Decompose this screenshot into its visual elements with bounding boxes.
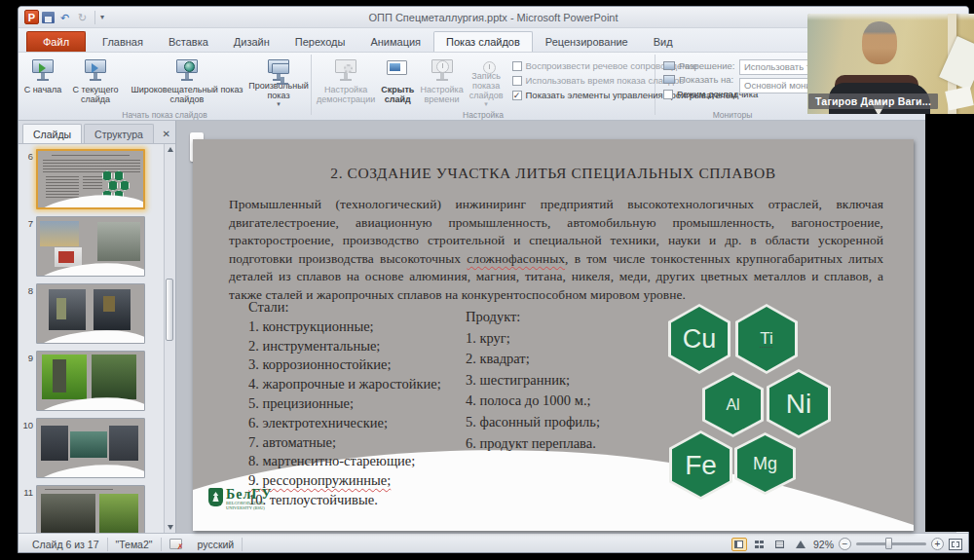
list-item: 3. шестигранник; — [466, 370, 600, 392]
tab-slideshow[interactable]: Показ слайдов — [433, 31, 533, 52]
panel-scroll-track[interactable] — [165, 152, 175, 525]
zoom-out-button[interactable]: − — [839, 538, 851, 550]
panel-scroll-thumb[interactable] — [166, 279, 173, 341]
hexagon-cu[interactable]: Cu — [668, 304, 730, 374]
webcam-person-head — [862, 21, 897, 64]
tab-slides[interactable]: Слайды — [22, 124, 82, 143]
webcam-video[interactable]: Тагиров Дамир Ваги... — [807, 14, 974, 114]
slide-8-thumbnail[interactable] — [36, 283, 145, 344]
thumbnail-row-8[interactable]: 8 — [20, 283, 162, 344]
checkbox-icon — [512, 76, 522, 86]
thumbnail-row-7[interactable]: 7 — [20, 216, 162, 277]
setup-slideshow-button: Настройка демонстрации — [314, 56, 378, 110]
participant-name-label: Тагиров Дамир Ваги... — [808, 93, 938, 109]
theme-name[interactable]: "Тема2" — [108, 539, 161, 550]
group-start-slideshow: С начала С текущего слайда Широковещател… — [19, 53, 311, 120]
statusbar-right: 92% − + — [731, 538, 962, 551]
slide-7-thumbnail[interactable] — [36, 216, 145, 277]
zoom-in-button[interactable]: + — [931, 538, 944, 550]
main-area: Слайды Структура ✕ 6 — [19, 121, 968, 533]
thumbnail-row-11[interactable]: 11 — [20, 485, 162, 533]
custom-show-icon — [264, 57, 293, 79]
list-item: 7. автоматные; — [248, 433, 441, 453]
tab-review[interactable]: Рецензирование — [533, 31, 641, 52]
slide-11-thumbnail[interactable] — [36, 485, 145, 533]
hexagon-ti[interactable]: Ti — [735, 304, 798, 374]
slideshow-view-button[interactable] — [793, 538, 808, 551]
hexagon-al[interactable]: Al — [702, 372, 764, 437]
broadcast-icon — [172, 57, 202, 83]
zoom-level[interactable]: 92% — [813, 539, 834, 550]
record-show-icon — [471, 57, 501, 69]
group-label: Мониторы — [656, 110, 809, 120]
from-current-slide-button[interactable]: С текущего слайда — [65, 56, 126, 110]
chevron-down-icon: ▾ — [277, 100, 281, 108]
slide-sorter-view-button[interactable] — [752, 538, 768, 551]
slide-title[interactable]: 2. СОЗДАНИЕ УЧАСТКА ЛИТЬЯ СПЕЦИАЛЬНЫХ СП… — [193, 165, 914, 182]
slide-workspace: 2. СОЗДАНИЕ УЧАСТКА ЛИТЬЯ СПЕЦИАЛЬНЫХ СП… — [176, 121, 968, 533]
products-header: Продукт: — [466, 307, 600, 328]
tab-animations[interactable]: Анимация — [357, 31, 433, 52]
panel-scrollbar[interactable] — [164, 144, 175, 533]
belgu-logo-subtext: BELGOROD STATE UNIVERSITY (BSU) — [226, 501, 284, 510]
slides-panel: Слайды Структура ✕ 6 — [19, 121, 176, 533]
tab-transitions[interactable]: Переходы — [282, 31, 358, 52]
slide-10-thumbnail[interactable] — [36, 418, 145, 478]
scroll-down-icon[interactable] — [168, 525, 173, 530]
tab-view[interactable]: Вид — [641, 31, 686, 52]
thumbnail-row-9[interactable]: 9 — [20, 351, 162, 411]
fit-to-window-button[interactable] — [949, 539, 962, 550]
tab-home[interactable]: Главная — [90, 31, 156, 52]
belgu-logo: БелГУ BELGOROD STATE UNIVERSITY (BSU) — [208, 488, 284, 510]
products-list[interactable]: Продукт: 1. круг; 2. квадрат; 3. шестигр… — [466, 307, 600, 454]
zoom-slider[interactable] — [856, 542, 926, 545]
steels-list[interactable]: Стали: 1. конструкционные; 2. инструмент… — [248, 298, 441, 510]
slide-counter[interactable]: Слайд 6 из 17 — [24, 539, 107, 550]
tab-outline[interactable]: Структура — [84, 124, 154, 143]
from-beginning-button[interactable]: С начала — [20, 56, 65, 110]
close-panel-icon[interactable]: ✕ — [163, 129, 170, 143]
normal-view-button[interactable] — [731, 538, 747, 551]
thumbnails-list: 6 — [19, 144, 164, 533]
zoom-slider-thumb[interactable] — [885, 538, 892, 549]
list-item: 4. жаропрочные и жаростойкие; — [248, 375, 441, 394]
tab-insert[interactable]: Вставка — [156, 31, 221, 52]
hide-slide-button[interactable]: Скрыть слайд — [378, 56, 417, 110]
hide-slide-icon — [383, 57, 412, 83]
list-item: 5. прецизионные; — [248, 394, 441, 414]
slide-6-thumbnail[interactable] — [36, 149, 145, 209]
setup-show-icon — [331, 57, 360, 83]
panel-tabs: Слайды Структура ✕ — [19, 121, 175, 144]
screen: ОПП Спецметаллургия.pptx - Microsoft Pow… — [0, 0, 974, 560]
slide-9-thumbnail[interactable] — [36, 351, 145, 411]
list-item: 4. полоса до 1000 м.; — [466, 391, 600, 412]
language-indicator[interactable]: русский — [190, 539, 243, 550]
list-item: 5. фасонный профиль; — [466, 412, 600, 433]
broadcast-slideshow-button[interactable]: Широковещательный показ слайдов — [126, 56, 248, 110]
checkbox-icon — [663, 90, 673, 99]
group-label: Настройка — [312, 110, 655, 120]
play-current-icon — [81, 57, 110, 83]
thumbnail-wave — [36, 260, 145, 277]
checkbox-checked-icon[interactable]: ✓ — [512, 91, 522, 100]
tab-file[interactable]: Файл — [26, 31, 86, 52]
save-icon[interactable] — [42, 12, 55, 23]
thumbnail-row-6[interactable]: 6 — [20, 149, 162, 209]
rehearse-timings-icon — [428, 57, 457, 83]
list-item: 2. инструментальные; — [248, 337, 441, 356]
tab-design[interactable]: Дизайн — [221, 31, 282, 52]
reading-view-button[interactable] — [772, 538, 788, 551]
hexagon-ni[interactable]: Ni — [767, 369, 831, 438]
custom-slideshow-button[interactable]: Произвольный показ ▾ — [248, 56, 309, 110]
spellcheck-icon: ✗ — [169, 539, 182, 549]
thumbnail-row-10[interactable]: 10 — [20, 418, 162, 478]
list-item: 1. конструкционные; — [248, 317, 441, 337]
spellcheck-status[interactable]: ✗ — [162, 539, 190, 549]
letterbox-region — [925, 114, 974, 532]
list-item: 6. электротехнические; — [248, 414, 441, 433]
belgu-shield-icon — [208, 488, 223, 506]
monitor-icon — [663, 61, 675, 70]
slide-canvas[interactable]: 2. СОЗДАНИЕ УЧАСТКА ЛИТЬЯ СПЕЦИАЛЬНЫХ СП… — [193, 139, 914, 531]
slide-paragraph[interactable]: Промышленный (технологический) инжинирин… — [229, 196, 883, 305]
webcam-paper — [945, 87, 974, 111]
